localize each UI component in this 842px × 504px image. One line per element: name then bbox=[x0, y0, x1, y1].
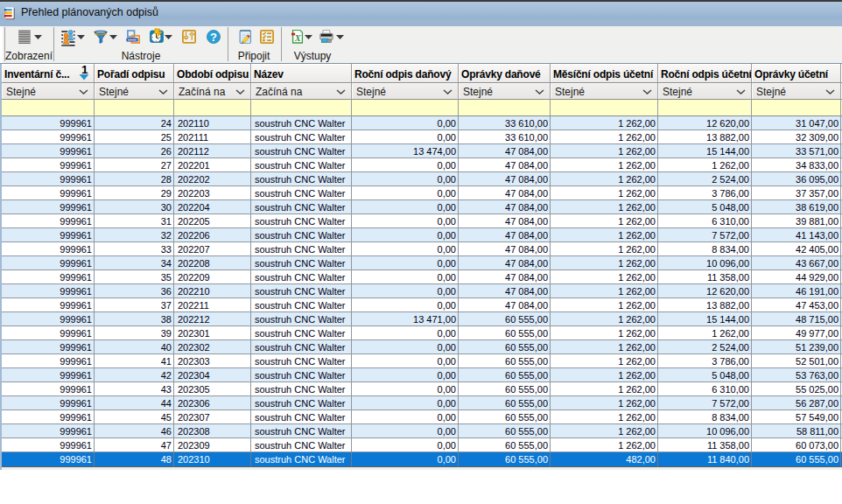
svg-text:?: ? bbox=[210, 31, 217, 44]
svg-text:X: X bbox=[294, 33, 302, 43]
